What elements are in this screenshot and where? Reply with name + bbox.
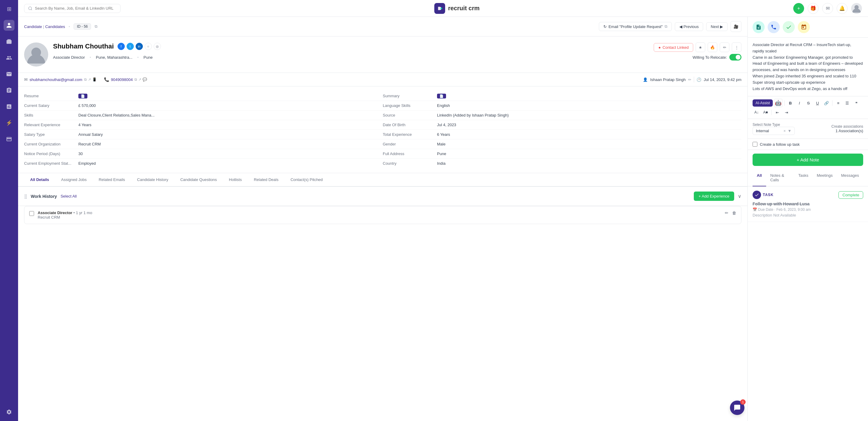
twitter-icon[interactable]: t: [127, 43, 134, 50]
video-btn[interactable]: 🎥: [731, 21, 741, 32]
unordered-list-btn[interactable]: ☰: [843, 99, 851, 107]
task-item: TASK Complete Follow up with Howard Lusa…: [748, 186, 868, 222]
gift-button[interactable]: 🎁: [808, 3, 818, 14]
clear-note-type-icon[interactable]: ×: [784, 129, 786, 133]
copy-email-btn[interactable]: ⧉: [84, 77, 87, 82]
edit-btn[interactable]: ✏: [720, 42, 730, 52]
copy-id-icon[interactable]: ⧉: [95, 24, 97, 29]
follow-up-checkbox[interactable]: [752, 142, 757, 147]
email-icon[interactable]: [4, 69, 14, 79]
activity-tab-messages[interactable]: Messages: [837, 169, 863, 186]
task-description: Description Not Available: [752, 213, 863, 218]
address-row: Full Address Pune: [383, 149, 741, 159]
activity-tab-tasks[interactable]: Tasks: [794, 169, 812, 186]
topnav: recruit crm + 🎁 ✉ 🔔: [18, 0, 868, 17]
star-btn[interactable]: ★: [695, 42, 705, 52]
copy-phone-btn[interactable]: ⧉: [134, 77, 137, 82]
note-icon-btn[interactable]: [752, 21, 765, 33]
calendar-icon-btn[interactable]: [798, 21, 810, 33]
facebook-icon[interactable]: f: [118, 43, 125, 50]
github-icon[interactable]: ○: [145, 43, 152, 50]
add-note-btn[interactable]: + Add Note: [752, 154, 863, 166]
note-type-select[interactable]: Internal × ▼: [752, 127, 795, 135]
ltr-btn[interactable]: ⇤: [773, 108, 781, 116]
search-box[interactable]: [24, 4, 121, 13]
profile-info: Shubham Chouthai f t in ○ ◎ ●: [53, 42, 741, 61]
assoc-label: Create associations: [832, 124, 863, 129]
bold-btn[interactable]: B: [786, 99, 794, 107]
strikethrough-btn[interactable]: S: [804, 99, 812, 107]
tasks-icon[interactable]: [4, 85, 14, 96]
whatsapp-email-icon[interactable]: 📱: [92, 77, 97, 82]
edit-owner-icon[interactable]: ✏: [688, 77, 691, 82]
relocate-switch[interactable]: [730, 54, 741, 61]
blockquote-btn[interactable]: ❝: [852, 99, 860, 107]
work-item-edit-btn[interactable]: ✏: [725, 210, 728, 215]
candidates-icon[interactable]: [4, 20, 14, 31]
robot-icon[interactable]: 🤖: [774, 99, 782, 107]
call-icon[interactable]: ↗: [138, 77, 141, 82]
tab-contacts-pitched[interactable]: Contact(s) Pitched: [284, 173, 329, 187]
add-experience-btn[interactable]: + Add Experience: [694, 192, 734, 201]
complete-badge[interactable]: Complete: [838, 191, 863, 199]
tab-all-details[interactable]: All Details: [24, 173, 55, 187]
analytics-icon[interactable]: [4, 101, 14, 112]
collapse-work-btn[interactable]: ∨: [738, 193, 741, 199]
breadcrumb: Candidate | Candidates: [24, 24, 65, 29]
add-button[interactable]: +: [793, 3, 804, 14]
chat-bubble[interactable]: 1: [730, 400, 744, 415]
tab-related-deals[interactable]: Related Deals: [248, 173, 284, 187]
activity-tab-notes[interactable]: Notes & Calls: [766, 169, 794, 186]
check-icon-btn[interactable]: [783, 21, 795, 33]
jobs-icon[interactable]: [4, 36, 14, 47]
skills-row: Skills Deal Closure,Client Relations,Sal…: [24, 110, 383, 120]
summary-file-icon[interactable]: 📄: [437, 94, 446, 98]
tab-hotlists[interactable]: Hotlists: [223, 173, 248, 187]
user-avatar[interactable]: [851, 3, 862, 14]
country-row: Country India: [383, 159, 741, 168]
text-bg-btn[interactable]: A■: [762, 108, 770, 116]
tab-candidate-history[interactable]: Candidate History: [131, 173, 174, 187]
billing-icon[interactable]: [4, 134, 14, 144]
contact-bar: ✉ shubhamchouthai@gmail.com ⧉ ↗ 📱 📞 9049…: [18, 73, 747, 87]
website-icon[interactable]: ◎: [154, 43, 161, 50]
rtl-btn[interactable]: ⇥: [782, 108, 790, 116]
ai-assist-btn[interactable]: AI-Assist: [752, 99, 773, 107]
work-item-delete-btn[interactable]: 🗑: [732, 210, 736, 215]
search-input[interactable]: [35, 6, 117, 10]
more-btn[interactable]: ⋮: [732, 42, 741, 52]
notification-button[interactable]: 🔔: [837, 3, 847, 14]
previous-btn[interactable]: ◀ Previous: [675, 22, 704, 31]
font-color-btn[interactable]: A↓: [752, 108, 761, 116]
link-btn[interactable]: 🔗: [823, 99, 830, 107]
activity-tab-meetings[interactable]: Meetings: [812, 169, 837, 186]
phone-icon-btn[interactable]: [768, 21, 780, 33]
dashboard-icon[interactable]: ⊞: [4, 4, 14, 14]
underline-btn[interactable]: U: [813, 99, 821, 107]
tab-assigned-jobs[interactable]: Assigned Jobs: [55, 173, 93, 187]
next-btn[interactable]: Next ▶: [706, 22, 727, 31]
activity-tab-all[interactable]: All: [752, 169, 766, 186]
whatsapp-phone-icon[interactable]: 💬: [143, 77, 147, 82]
resume-file-icon[interactable]: 📄: [79, 94, 87, 98]
ordered-list-btn[interactable]: ≡: [834, 99, 842, 107]
editor-toolbar: AI-Assist 🤖 B I S U 🔗 ≡ ☰ ❝ A↓ A■ ⇤ ⇥: [748, 96, 868, 119]
open-email-btn[interactable]: ↗: [88, 77, 91, 82]
tab-candidate-questions[interactable]: Candidate Questions: [174, 173, 223, 187]
flame-btn[interactable]: 🔥: [708, 42, 717, 52]
integrations-icon[interactable]: ⚡: [4, 118, 14, 128]
copy-email-icon[interactable]: ⧉: [664, 24, 667, 29]
summary-row: Summary 📄: [383, 91, 741, 101]
assoc-value: 1 Association(s): [832, 129, 863, 133]
italic-btn[interactable]: I: [795, 99, 803, 107]
work-item-checkbox[interactable]: [29, 211, 34, 216]
email-profile-btn[interactable]: ↻ Email "Profile Update Request" ⧉: [599, 22, 672, 31]
owner-icon: 👤: [643, 77, 648, 82]
email-button[interactable]: ✉: [822, 3, 833, 14]
settings-icon[interactable]: [4, 407, 14, 417]
contact-linked-btn[interactable]: ● TASK Contact Linked: [654, 43, 693, 52]
linkedin-icon[interactable]: in: [135, 43, 143, 50]
select-all-btn[interactable]: Select All: [61, 194, 76, 198]
tab-related-emails[interactable]: Related Emails: [93, 173, 131, 187]
contacts-icon[interactable]: [4, 53, 14, 63]
